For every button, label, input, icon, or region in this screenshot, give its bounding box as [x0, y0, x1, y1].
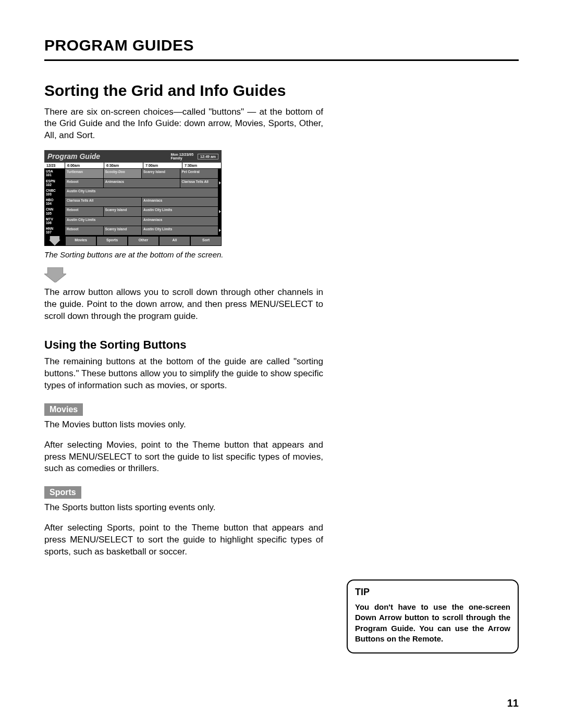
- guide-date: Mon 12/23/95 Family: [170, 153, 193, 161]
- guide-row: CNN105RebootScarey IslandAustin City Lim…: [44, 206, 222, 216]
- figure-caption: The Sorting buttons are at the bottom of…: [44, 250, 323, 259]
- program-cell[interactable]: Austin City Limits: [142, 206, 218, 216]
- guide-time-col: 6:30am: [104, 163, 143, 168]
- channel-label: CNBC103: [44, 188, 65, 197]
- guide-clock: 12:49 am: [198, 154, 218, 159]
- tip-box: TIP You don't have to use the one-screen…: [347, 579, 519, 653]
- program-cell[interactable]: Austin City Limits: [65, 188, 218, 197]
- down-arrow-icon: [44, 267, 66, 282]
- guide-time-row: 12/23 6:00am 6:30am 7:00am 7:30am: [44, 163, 222, 168]
- guide-sort-button[interactable]: Sports: [96, 236, 128, 245]
- program-cell[interactable]: Animaniacs: [142, 197, 218, 206]
- guide-date-cell: 12/23: [44, 163, 65, 168]
- row-continue-icon: [218, 178, 222, 188]
- main-column: Sorting the Grid and Info Guides There a…: [44, 82, 323, 558]
- program-cell[interactable]: Clarissa Tells All: [180, 178, 219, 188]
- movies-p1: The Movies button lists movies only.: [44, 419, 323, 431]
- channel-label: USA101: [44, 168, 65, 178]
- guide-row: HBO104Clarissa Tells AllAnimaniacs: [44, 197, 222, 206]
- guide-header: Program Guide Mon 12/23/95 Family 12:49 …: [44, 150, 222, 163]
- program-cell[interactable]: Reboot: [65, 206, 104, 216]
- row-end: [218, 188, 222, 197]
- movies-chip: Movies: [44, 403, 83, 416]
- program-cell[interactable]: Reboot: [65, 178, 104, 188]
- section-heading: Sorting the Grid and Info Guides: [44, 82, 323, 100]
- channel-label: ESPN102: [44, 178, 65, 188]
- guide-row: HNN107RebootScarey IslandAustin City Lim…: [44, 226, 222, 235]
- guide-row: MTV106Austin City LimitsAnimaniacs: [44, 216, 222, 226]
- guide-row: USA101TurtlemanScooby-DooScarey IslandPe…: [44, 168, 222, 178]
- guide-sort-button[interactable]: Sort: [190, 236, 222, 245]
- guide-row: ESPN102RebootAnimaniacsClarissa Tells Al…: [44, 178, 222, 188]
- program-cell[interactable]: Animaniacs: [104, 178, 180, 188]
- row-end: [218, 197, 222, 206]
- guide-time-col: 7:30am: [182, 163, 222, 168]
- guide-time-col: 6:00am: [65, 163, 104, 168]
- channel-label: HBO104: [44, 197, 65, 206]
- program-cell[interactable]: Scarey Island: [104, 206, 142, 216]
- program-cell[interactable]: Animaniacs: [142, 216, 218, 226]
- row-end: [218, 216, 222, 226]
- program-cell[interactable]: Reboot: [65, 226, 104, 235]
- program-guide-screenshot: Program Guide Mon 12/23/95 Family 12:49 …: [44, 150, 222, 245]
- row-end: [218, 168, 222, 178]
- sports-chip: Sports: [44, 486, 81, 499]
- program-cell[interactable]: Scooby-Doo: [104, 168, 142, 178]
- channel-label: HNN107: [44, 226, 65, 235]
- arrow-paragraph: The arrow button allows you to scroll do…: [44, 287, 323, 323]
- guide-title: Program Guide: [47, 152, 166, 161]
- program-cell[interactable]: Scarey Island: [104, 226, 142, 235]
- subsection-intro: The remaining buttons at the bottom of t…: [44, 356, 323, 392]
- guide-sort-button[interactable]: Other: [128, 236, 159, 245]
- program-cell[interactable]: Clarissa Tells All: [65, 197, 142, 206]
- page-number: 11: [507, 697, 519, 709]
- guide-time-col: 7:00am: [143, 163, 182, 168]
- row-continue-icon: [218, 226, 222, 235]
- sports-p2: After selecting Sports, point to the The…: [44, 522, 323, 558]
- guide-footer: Movies Sports Other All Sort: [44, 235, 222, 245]
- tip-title: TIP: [355, 587, 510, 598]
- program-cell[interactable]: Scarey Island: [142, 168, 180, 178]
- channel-label: CNN105: [44, 206, 65, 216]
- sports-p1: The Sports button lists sporting events …: [44, 502, 323, 514]
- down-arrow-icon[interactable]: [44, 236, 65, 245]
- page-header-title: PROGRAM GUIDES: [44, 36, 519, 54]
- guide-date-line1: Mon 12/23/95: [170, 153, 193, 156]
- guide-date-line2: Family: [170, 156, 182, 160]
- header-rule: [44, 59, 519, 61]
- guide-sort-button[interactable]: Movies: [65, 236, 96, 245]
- guide-row: CNBC103Austin City Limits: [44, 188, 222, 197]
- guide-sort-button[interactable]: All: [159, 236, 190, 245]
- movies-p2: After selecting Movies, point to the The…: [44, 439, 323, 475]
- program-cell[interactable]: Turtleman: [65, 168, 104, 178]
- program-cell[interactable]: Austin City Limits: [65, 216, 142, 226]
- guide-grid: USA101TurtlemanScooby-DooScarey IslandPe…: [44, 168, 222, 235]
- program-cell[interactable]: Pet Central: [180, 168, 219, 178]
- program-cell[interactable]: Austin City Limits: [142, 226, 218, 235]
- tip-body: You don't have to use the one-screen Dow…: [355, 602, 510, 644]
- section-intro: There are six on-screen choices—called "…: [44, 106, 323, 142]
- subsection-heading: Using the Sorting Buttons: [44, 338, 323, 352]
- row-continue-icon: [218, 206, 222, 216]
- channel-label: MTV106: [44, 216, 65, 226]
